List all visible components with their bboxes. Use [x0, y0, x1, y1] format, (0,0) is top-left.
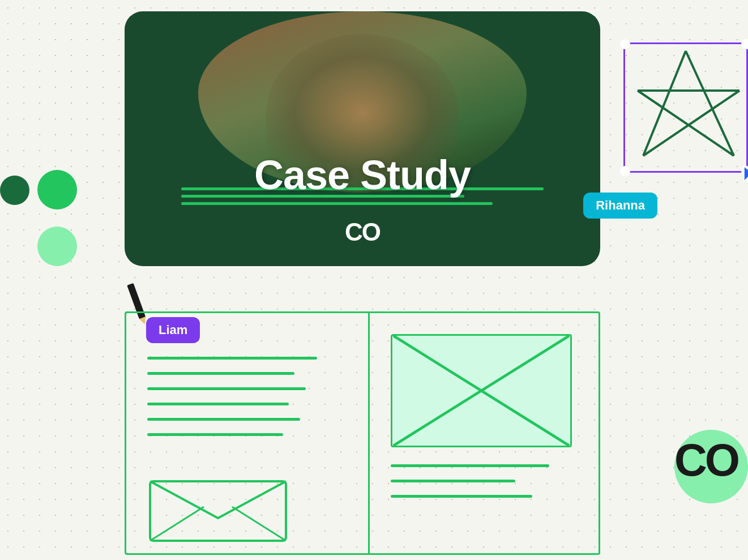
- right-text-line-3: [391, 495, 532, 498]
- decorative-circle-dark: [0, 176, 29, 205]
- text-line-6: [147, 433, 283, 436]
- co-logo-card: CO: [345, 218, 380, 246]
- bottom-wireframe: [125, 311, 600, 555]
- right-text-line-1: [391, 464, 549, 467]
- right-text-line-2: [391, 480, 515, 482]
- envelope-icon: [147, 470, 289, 544]
- svg-rect-6: [150, 481, 286, 541]
- decorative-circle-medium: [37, 170, 77, 210]
- star-icon: [629, 45, 742, 170]
- left-panel-lines: [147, 357, 340, 448]
- image-placeholder-icon: [392, 336, 570, 446]
- top-card: Case Study CO: [125, 11, 600, 266]
- decorative-circle-light: [37, 226, 77, 266]
- underline-3: [181, 202, 493, 205]
- case-study-title: Case Study: [254, 152, 471, 198]
- envelope-wireframe: [147, 470, 289, 544]
- svg-marker-5: [744, 166, 748, 185]
- svg-line-8: [232, 507, 286, 541]
- right-panel-lines: [391, 464, 572, 510]
- text-line-4: [147, 403, 289, 405]
- star-selection-container: [623, 42, 748, 178]
- wireframe-divider: [368, 311, 370, 555]
- text-line-3: [147, 387, 306, 390]
- rihanna-badge: Rihanna: [583, 193, 657, 219]
- svg-line-7: [150, 507, 204, 541]
- text-line-1: [147, 357, 317, 360]
- text-line-2: [147, 372, 294, 375]
- image-placeholder: [391, 334, 572, 447]
- co-logo-bottom-right: CO: [674, 434, 738, 486]
- svg-line-3: [643, 91, 740, 156]
- cursor-icon: [740, 164, 748, 187]
- text-line-5: [147, 418, 300, 421]
